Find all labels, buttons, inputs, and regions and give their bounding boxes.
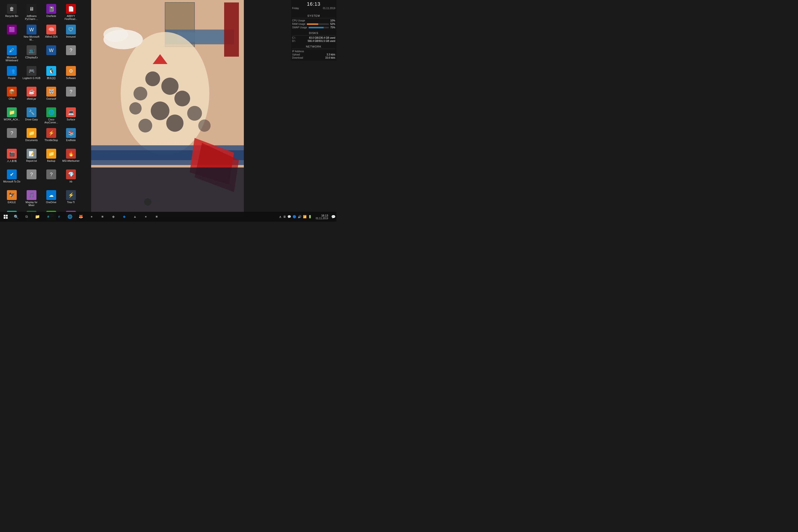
desktop-icon-whiteboard[interactable]: 🖊Microsoft Whiteboard	[2, 43, 22, 64]
desktop-icon-img-msi: 🔥	[66, 149, 76, 158]
desktop-icon-qq[interactable]: 🐧腾讯QQ	[41, 64, 61, 85]
desktop-icon-label-qq: 腾讯QQ	[47, 77, 56, 80]
desktop-icon-img-renren: 🎬	[7, 149, 17, 158]
desktop-icon-label-new-word: New Microsoft W...	[22, 36, 41, 41]
desktop-icon-blurred1[interactable]: ?	[61, 43, 81, 64]
desktop-icon-surface[interactable]: 💻Surface	[61, 106, 81, 126]
desktop-icon-blurred3[interactable]: ?	[2, 126, 22, 147]
tray-network[interactable]: 📶	[303, 215, 307, 218]
desktop-icon-img-word2: W	[46, 45, 56, 55]
tray-battery[interactable]: 🔋	[308, 215, 312, 218]
desktop-icon-label-throttlestop: ThrottleStop	[44, 139, 58, 142]
desktop-icon-renren[interactable]: 🎬人人影视	[2, 147, 22, 168]
desktop-icon-immunet[interactable]: 🛡Immunet	[61, 23, 81, 43]
desktop-icon-eagle[interactable]: 🦅EAGLE	[2, 188, 22, 209]
desktop-icon-img-logitech: 🎮	[26, 66, 36, 76]
desktop-icon-blurred5[interactable]: ?	[41, 168, 61, 188]
taskbar-app2[interactable]: ■	[97, 212, 108, 222]
taskbar-search-button[interactable]: 🔍	[11, 212, 21, 222]
taskbar-edge[interactable]: e	[43, 212, 54, 222]
desktop-icon-img-qq: 🐧	[46, 66, 56, 76]
desktop-icon-img-people: 👥	[7, 66, 17, 76]
desktop-icon-software[interactable]: ⚙Software	[61, 64, 81, 85]
desktop-icon-irb[interactable]: 💎irb	[61, 168, 81, 188]
desktop-icon-label-endnote: EndNote	[66, 139, 76, 142]
desktop-icon-report[interactable]: 📝Report.txt	[22, 147, 41, 168]
taskbar-app5[interactable]: ●	[140, 212, 151, 222]
taskbar-file-explorer[interactable]: 📁	[32, 212, 43, 222]
disk-d-label: D:\	[292, 40, 295, 42]
desktop-icon-work-aca[interactable]: 📁WORK_ACA...	[2, 106, 22, 126]
desktop-icon-label-work-aca: WORK_ACA...	[4, 118, 20, 121]
search-icon: 🔍	[14, 214, 19, 219]
desktop-icon-mixplay[interactable]: 🎵Mixplay for Mixer	[22, 188, 41, 209]
desktop-icon-label-immunet: Immunet	[66, 36, 76, 38]
desktop-icon-cisco[interactable]: 🌐Cisco AnyConne...	[41, 106, 61, 126]
tray-arrow[interactable]: ∧	[279, 215, 282, 219]
desktop-icon-documents[interactable]: 📁Documents	[22, 126, 41, 147]
task-view-button[interactable]: ⧉	[21, 212, 32, 222]
desktop-icon-abbyy[interactable]: 📄ABBYY FineRead...	[61, 2, 81, 23]
desktop-icon-endnote[interactable]: 📚EndNote	[61, 126, 81, 147]
desktop-icon-onenote[interactable]: 📓OneNote	[41, 2, 61, 23]
desktop-icon-xmind[interactable]: 🧠XMind ZEN	[41, 23, 61, 43]
desktop-icon-cdisplay[interactable]: 📺CDisplayEx	[22, 43, 41, 64]
clock-day: Friday	[292, 7, 299, 12]
desktop-icon-people[interactable]: 👥People	[2, 64, 22, 85]
tray-icon-2[interactable]: 💬	[287, 215, 291, 218]
taskbar-firefox[interactable]: 🦊	[75, 212, 86, 222]
svg-point-7	[145, 72, 160, 86]
desktop-icon-purple-app[interactable]: 🟪	[2, 23, 22, 43]
desktop-icon-blurred4[interactable]: ?	[22, 168, 41, 188]
desktop-icon-img-immunet: 🛡	[66, 25, 76, 35]
taskbar-app6[interactable]: ■	[151, 212, 162, 222]
desktop-icon-throttlestop[interactable]: ⚡ThrottleStop	[41, 126, 61, 147]
wallpaper	[91, 0, 244, 217]
desktop-icon-img-onenote: 📓	[46, 4, 56, 14]
taskbar-app4[interactable]: ▲	[130, 212, 140, 222]
taskbar-clock[interactable]: 16:13 01.11.2019	[314, 214, 330, 220]
desktop-icon-ms-todo[interactable]: ✔Microsoft To Do	[2, 168, 22, 188]
desktop-icon-blurred2[interactable]: ?	[61, 85, 81, 106]
desktop-icon-img-purple-app: 🟪	[7, 25, 17, 35]
desktop-icon-tina-ti[interactable]: ⚡Tina-TI	[61, 188, 81, 209]
desktop-icon-backup[interactable]: 📁Backup	[41, 147, 61, 168]
taskbar-app3[interactable]: ◆	[108, 212, 119, 222]
tray-icon-4[interactable]: 🔊	[298, 215, 302, 218]
desktop-icon-overwolf[interactable]: 🐺Overwolf	[41, 85, 61, 106]
desktop-icon-driver-easy[interactable]: 🔧Driver Easy	[22, 106, 41, 126]
cpu-value: 10%	[330, 19, 335, 22]
desktop-icon-logitech[interactable]: 🎮Logitech G HUB	[22, 64, 41, 85]
taskbar-chrome[interactable]: 🌐	[64, 212, 75, 222]
desktop-icon-img-xmind: 🧠	[46, 25, 56, 35]
disks-section-title: DISKS	[292, 31, 335, 36]
desktop-icon-img-blurred3: ?	[7, 128, 17, 138]
desktop-icon-new-word[interactable]: WNew Microsoft W...	[22, 23, 41, 43]
desktop-icon-jetbrains[interactable]: 🖥JetBrains PyCharm ...	[22, 2, 41, 23]
clock-time: 16:13	[292, 1, 335, 7]
desktop-icon-img-blurred5: ?	[46, 169, 56, 179]
desktop-icon-label-abbyy: ABBYY FineRead...	[62, 15, 80, 21]
desktop-icon-onedrive[interactable]: ☁OneDrive	[41, 188, 61, 209]
desktop-icon-recycle-bin[interactable]: 🗑Recycle Bin	[2, 2, 22, 23]
desktop-icon-img-mixplay: 🎵	[26, 190, 36, 200]
desktop-icon-img-throttlestop: ⚡	[46, 128, 56, 138]
start-button[interactable]	[0, 212, 11, 222]
taskbar-ie[interactable]: e	[54, 212, 64, 222]
taskbar-vscode[interactable]: ◆	[119, 212, 130, 222]
taskbar-app1[interactable]: ●	[86, 212, 97, 222]
desktop-icon-office[interactable]: 📦Office	[2, 85, 22, 106]
desktop-icon-label-renren: 人人影视	[7, 159, 17, 163]
tray-icon-1[interactable]: 🖥	[283, 215, 286, 218]
desktop-icon-img-software: ⚙	[66, 66, 76, 76]
tray-icon-3[interactable]: 🔵	[292, 215, 296, 218]
desktop-icon-msi[interactable]: 🔥MSI Afterburner	[61, 147, 81, 168]
desktop-icon-img-blurred1: ?	[66, 45, 76, 55]
desktop-icon-word2[interactable]: W	[41, 43, 61, 64]
notification-icon: 💬	[331, 215, 336, 219]
taskbar-tray: ∧ 🖥 💬 🔵 🔊 📶 🔋	[277, 215, 314, 219]
notification-button[interactable]: 💬	[330, 212, 337, 222]
desktop-icon-dfield[interactable]: ☕dfield.jar	[22, 85, 41, 106]
desktop-icon-img-cisco: 🌐	[46, 108, 56, 117]
desktop-icon-img-recycle-bin: 🗑	[7, 4, 17, 14]
